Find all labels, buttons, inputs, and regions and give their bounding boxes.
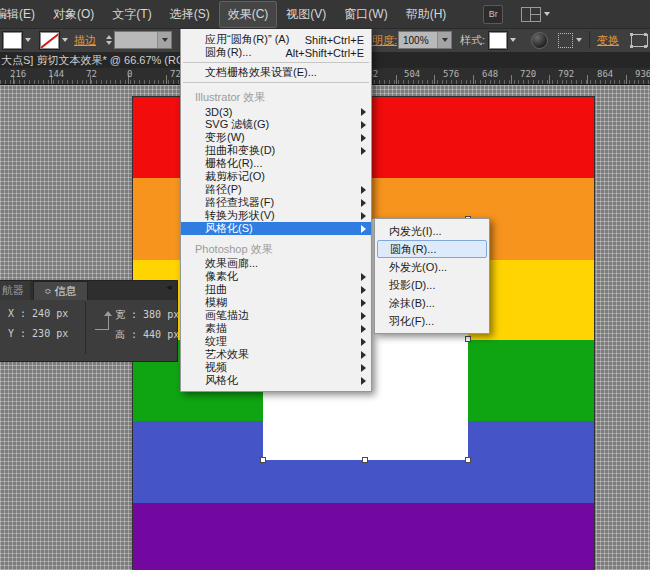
fill-swatch[interactable] xyxy=(3,32,22,49)
none-slash-icon xyxy=(40,32,59,49)
ruler-label: 0 xyxy=(127,69,132,79)
menu-item-document-raster-settings[interactable]: 文档栅格效果设置(E)... xyxy=(181,66,371,79)
bridge-icon[interactable]: Br xyxy=(483,5,503,24)
info-y: Y : 230 px xyxy=(8,328,68,339)
ruler-label: 144 xyxy=(48,69,64,79)
submenu-arrow-icon xyxy=(361,108,366,116)
ruler-label: 720 xyxy=(520,69,536,79)
menu-bar: 编辑(E) 对象(O) 文字(T) 选择(S) 效果(C) 视图(V) 窗口(W… xyxy=(0,0,650,29)
info-height: 高 : 440 px xyxy=(115,328,179,342)
submenu-arrow-icon xyxy=(361,338,366,346)
transform-link[interactable]: 变换 xyxy=(597,33,619,48)
menu-separator xyxy=(183,62,369,63)
panel-menu-icon[interactable]: ≎ xyxy=(44,286,52,296)
stroke-weight-stepper[interactable] xyxy=(106,35,112,45)
panel-divider xyxy=(85,302,86,354)
select-similar-icon[interactable] xyxy=(558,33,573,48)
submenu-arrow-icon xyxy=(361,186,366,194)
menu-help[interactable]: 帮助(H) xyxy=(397,1,456,28)
submenu-arrow-icon xyxy=(361,364,366,372)
menu-item-stylize[interactable]: 风格化(S) xyxy=(181,222,371,235)
style-label: 样式: xyxy=(460,33,485,48)
selection-handle[interactable] xyxy=(260,457,266,463)
style-swatch[interactable] xyxy=(489,32,507,49)
menu-header-illustrator: Illustrator 效果 xyxy=(181,89,371,105)
menu-object[interactable]: 对象(O) xyxy=(44,1,103,28)
document-title: 大点S] 剪切文本效果* @ 66.67% (RGB xyxy=(0,54,192,66)
toolbar-separator xyxy=(589,31,590,49)
menu-select[interactable]: 选择(S) xyxy=(161,1,219,28)
menu-item-round-corners[interactable]: 圆角(R)...Alt+Shift+Ctrl+E xyxy=(181,46,371,59)
submenu-arrow-icon xyxy=(361,147,366,155)
menu-effect[interactable]: 效果(C) xyxy=(219,1,278,28)
bounding-box-icon[interactable] xyxy=(631,34,648,47)
dimensions-icon xyxy=(95,316,109,330)
submenu-item-feather[interactable]: 羽化(F)... xyxy=(377,312,487,330)
submenu-arrow-icon xyxy=(361,121,366,129)
ruler-label: 216 xyxy=(10,69,26,79)
info-width: 宽 : 380 px xyxy=(115,308,179,322)
menu-item-stylize-ps[interactable]: 风格化 xyxy=(181,374,371,387)
ruler-label: 864 xyxy=(597,69,613,79)
illustrator-window: 航器 ≎ 信息 ◄ X : 240 px Y : 230 px 宽 : 380 … xyxy=(0,0,650,570)
ruler-label: 648 xyxy=(482,69,498,79)
info-x: X : 240 px xyxy=(8,308,68,319)
tab-info[interactable]: ≎ 信息 xyxy=(33,281,88,300)
tab-info-label: 信息 xyxy=(55,284,77,299)
submenu-arrow-icon xyxy=(361,225,366,233)
submenu-arrow-icon xyxy=(361,273,366,281)
submenu-arrow-icon xyxy=(361,212,366,220)
menu-view[interactable]: 视图(V) xyxy=(277,1,335,28)
menu-separator xyxy=(183,82,369,83)
submenu-arrow-icon xyxy=(361,351,366,359)
stripe-purple[interactable] xyxy=(133,503,594,570)
stroke-dropdown-icon[interactable] xyxy=(62,38,68,42)
submenu-item-outer-glow[interactable]: 外发光(O)... xyxy=(377,258,487,276)
menu-edit[interactable]: 编辑(E) xyxy=(0,1,44,28)
fill-dropdown-icon[interactable] xyxy=(25,38,31,42)
ruler-label: 72 xyxy=(86,69,97,79)
menu-window[interactable]: 窗口(W) xyxy=(335,1,396,28)
menu-type[interactable]: 文字(T) xyxy=(103,1,160,28)
stroke-weight-dropdown[interactable] xyxy=(114,31,172,49)
style-dropdown-icon[interactable] xyxy=(510,38,516,42)
ruler-label: 576 xyxy=(443,69,459,79)
submenu-arrow-icon xyxy=(361,377,366,385)
submenu-arrow-icon xyxy=(361,134,366,142)
submenu-arrow-icon xyxy=(361,299,366,307)
selection-handle[interactable] xyxy=(362,457,368,463)
info-panel: 航器 ≎ 信息 ◄ X : 240 px Y : 230 px 宽 : 380 … xyxy=(0,280,178,362)
selection-handle[interactable] xyxy=(465,457,471,463)
ruler-label: 792 xyxy=(558,69,574,79)
opacity-dropdown[interactable]: 100% xyxy=(398,31,452,49)
recolor-artwork-icon[interactable] xyxy=(531,32,548,49)
stroke-swatch[interactable] xyxy=(40,32,59,49)
submenu-item-inner-glow[interactable]: 内发光(I)... xyxy=(377,222,487,240)
submenu-arrow-icon xyxy=(361,312,366,320)
menu-header-photoshop: Photoshop 效果 xyxy=(181,241,371,257)
collapse-panel-icon[interactable]: ◄ xyxy=(165,283,173,292)
submenu-item-scribble[interactable]: 涂抹(B)... xyxy=(377,294,487,312)
submenu-arrow-icon xyxy=(361,199,366,207)
stroke-link[interactable]: 描边 xyxy=(74,33,96,48)
submenu-arrow-icon xyxy=(361,286,366,294)
submenu-arrow-icon xyxy=(361,325,366,333)
opacity-link[interactable]: 明度: xyxy=(372,33,397,48)
ruler-label: 936 xyxy=(635,69,650,79)
stylize-submenu: 内发光(I)... 圆角(R)... 外发光(O)... 投影(D)... 涂抹… xyxy=(374,218,490,334)
tab-navigator[interactable]: 航器 xyxy=(0,281,30,300)
submenu-item-round-corners[interactable]: 圆角(R)... xyxy=(377,240,487,258)
info-panel-body: X : 240 px Y : 230 px 宽 : 380 px 高 : 440… xyxy=(0,300,177,358)
info-panel-tabs: 航器 ≎ 信息 ◄ xyxy=(0,281,177,300)
ruler-label: 504 xyxy=(404,69,420,79)
selection-handle[interactable] xyxy=(465,336,471,342)
arrange-documents-icon[interactable] xyxy=(521,7,550,22)
submenu-item-drop-shadow[interactable]: 投影(D)... xyxy=(377,276,487,294)
effect-menu: 应用“圆角(R)” (A)Shift+Ctrl+E 圆角(R)...Alt+Sh… xyxy=(180,28,372,392)
select-similar-dropdown-icon[interactable] xyxy=(576,38,582,42)
